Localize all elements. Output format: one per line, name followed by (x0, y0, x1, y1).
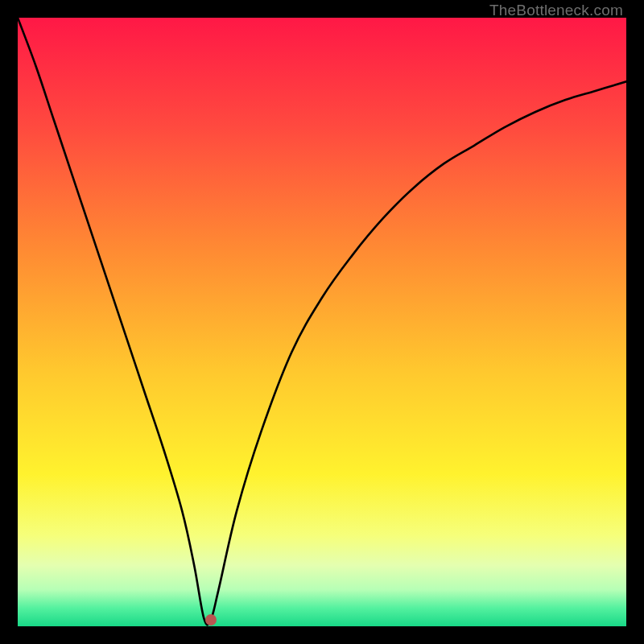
watermark-text: TheBottleneck.com (489, 2, 623, 19)
bottleneck-curve (18, 18, 626, 625)
chart-frame: TheBottleneck.com (0, 0, 644, 644)
optimum-marker (205, 614, 217, 625)
curve-layer (18, 18, 626, 626)
plot-area (18, 18, 626, 626)
